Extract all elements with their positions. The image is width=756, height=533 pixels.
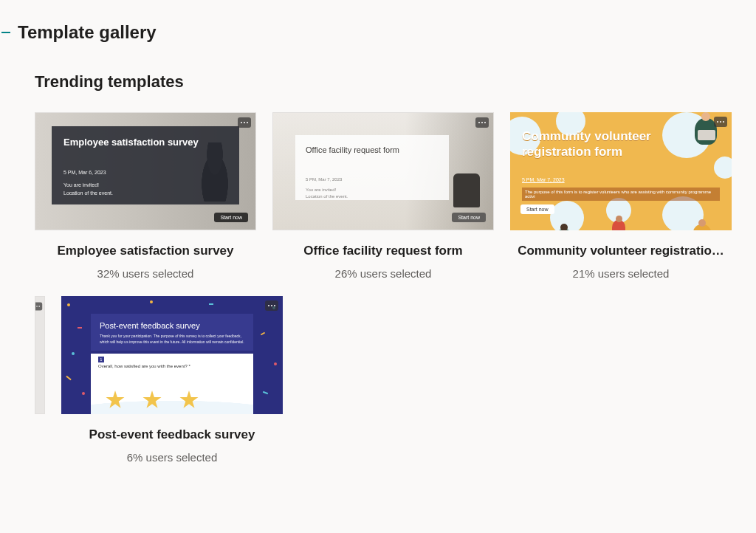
trending-section: Trending templates Employee satisfaction…	[0, 43, 756, 464]
template-stats: 26% users selected	[272, 267, 494, 280]
thumb-line: Location of the event.	[306, 193, 439, 201]
thumb-desc: The purpose of this form is to register …	[522, 188, 720, 201]
template-thumbnail: Community volunteer registration form 5 …	[510, 112, 732, 230]
page-header: Template gallery	[0, 0, 756, 43]
template-card-employee-satisfaction[interactable]: Employee satisfaction survey 5 PM, Mar 6…	[35, 112, 256, 280]
thumb-start-button: Start now	[214, 213, 248, 222]
star-icon	[142, 391, 162, 410]
thumb-line: You are invited!	[306, 187, 439, 194]
template-stats: 32% users selected	[35, 267, 256, 280]
thumb-start-button: Start now	[520, 204, 554, 214]
template-title: Office facility request form	[272, 244, 494, 258]
thumb-question: Overall, how satisfied are you with the …	[98, 364, 190, 368]
template-card-office-facility[interactable]: Office facility request form 5 PM, Mar 7…	[272, 112, 494, 280]
template-card-post-event-feedback[interactable]: Post-event feedback survey Thank you for…	[61, 296, 283, 464]
more-icon[interactable]	[714, 117, 727, 127]
star-icon	[106, 391, 125, 410]
thumb-heading: Post-event feedback survey	[100, 321, 244, 330]
thumb-date: 5 PM, Mar 6, 2023	[63, 168, 227, 176]
template-grid: Employee satisfaction survey 5 PM, Mar 6…	[35, 112, 756, 464]
thumb-line: Location of the event.	[63, 189, 227, 197]
template-thumbnail: Employee satisfaction survey 5 PM, Mar 6…	[35, 112, 256, 230]
more-icon[interactable]	[265, 300, 278, 311]
more-icon[interactable]	[35, 302, 42, 310]
template-title: Community volunteer registratio…	[510, 244, 732, 258]
thumb-heading: Office facility request form	[306, 145, 439, 154]
thumb-heading: Employee satisfaction survey	[63, 137, 227, 148]
thumb-date: 5 PM, Mar 7, 2023	[306, 176, 439, 184]
more-icon[interactable]	[475, 117, 489, 128]
thumb-heading: Community volunteer registration form	[522, 128, 651, 160]
template-thumbnail: Office facility request form 5 PM, Mar 7…	[272, 112, 494, 230]
star-icon	[179, 391, 199, 410]
thumb-sub: Thank you for your participation. The pu…	[100, 334, 244, 345]
page-title: Template gallery	[18, 22, 157, 43]
more-icon[interactable]	[238, 117, 251, 128]
template-title: Post-event feedback survey	[61, 427, 283, 442]
collapse-icon[interactable]	[1, 32, 10, 33]
template-stats: 6% users selected	[61, 451, 283, 464]
template-stats: 21% users selected	[510, 267, 732, 280]
thumb-date: 5 PM, Mar 7, 2023	[522, 177, 565, 182]
template-card-partial[interactable]	[35, 296, 45, 414]
template-card-community-volunteer[interactable]: Community volunteer registration form 5 …	[510, 112, 732, 280]
thumb-line: You are invited!	[63, 181, 227, 189]
template-thumbnail: Post-event feedback survey Thank you for…	[61, 296, 283, 414]
thumb-stars	[106, 391, 199, 410]
template-title: Employee satisfaction survey	[35, 244, 256, 258]
thumb-question-number: 1	[98, 357, 104, 362]
thumb-start-button: Start now	[452, 213, 486, 222]
section-title: Trending templates	[35, 72, 756, 92]
